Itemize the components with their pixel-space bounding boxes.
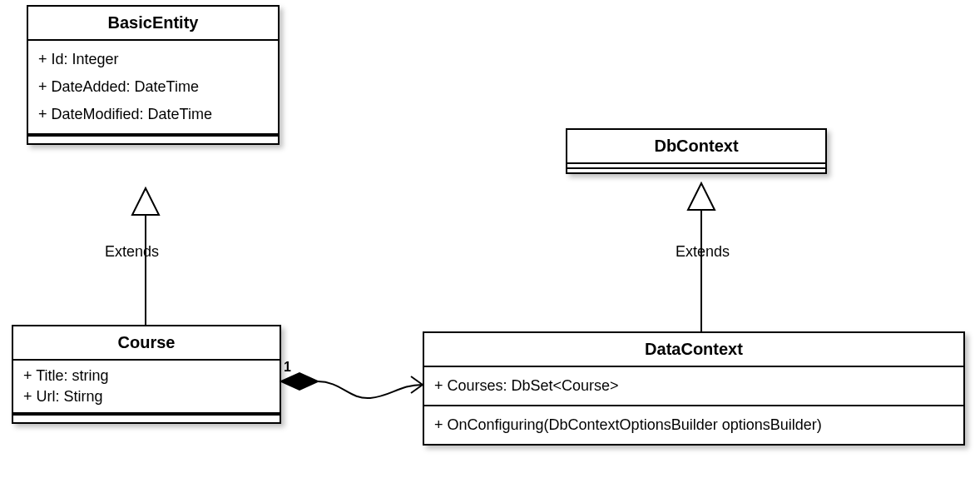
- class-name: DbContext: [567, 130, 825, 164]
- op: + OnConfiguring(DbContextOptionsBuilder …: [434, 411, 953, 439]
- attr: + Title: string: [23, 366, 270, 386]
- svg-line-5: [411, 376, 423, 385]
- class-operations: + OnConfiguring(DbContextOptionsBuilder …: [424, 406, 963, 444]
- svg-marker-1: [132, 188, 159, 215]
- attr: + Courses: DbSet<Course>: [434, 372, 953, 400]
- class-datacontext: DataContext + Courses: DbSet<Course> + O…: [423, 331, 965, 446]
- class-name: BasicEntity: [28, 7, 278, 41]
- multiplicity-label: 1: [284, 360, 291, 375]
- class-attributes: + Title: string + Url: Stirng: [13, 361, 280, 414]
- class-attributes: + Id: Integer + DateAdded: DateTime + Da…: [28, 41, 278, 135]
- composition-course-datacontext: [281, 373, 423, 398]
- class-dbcontext: DbContext: [566, 128, 827, 174]
- class-operations-empty: [28, 135, 278, 143]
- class-course: Course + Title: string + Url: Stirng: [12, 325, 281, 424]
- attr: + DateModified: DateTime: [38, 101, 268, 128]
- attr: + Id: Integer: [38, 46, 268, 73]
- class-operations-empty: [13, 414, 280, 422]
- class-attributes: + Courses: DbSet<Course>: [424, 367, 963, 406]
- class-name: Course: [13, 326, 280, 361]
- attr: + DateAdded: DateTime: [38, 73, 268, 101]
- class-operations-empty: [567, 169, 825, 172]
- extends-label: Extends: [674, 243, 731, 261]
- svg-marker-4: [281, 373, 318, 390]
- class-basicentity: BasicEntity + Id: Integer + DateAdded: D…: [27, 5, 280, 145]
- attr: + Url: Stirng: [23, 386, 270, 407]
- svg-marker-3: [688, 183, 715, 210]
- class-name: DataContext: [424, 333, 963, 367]
- extends-label: Extends: [103, 243, 161, 261]
- svg-line-6: [411, 385, 423, 393]
